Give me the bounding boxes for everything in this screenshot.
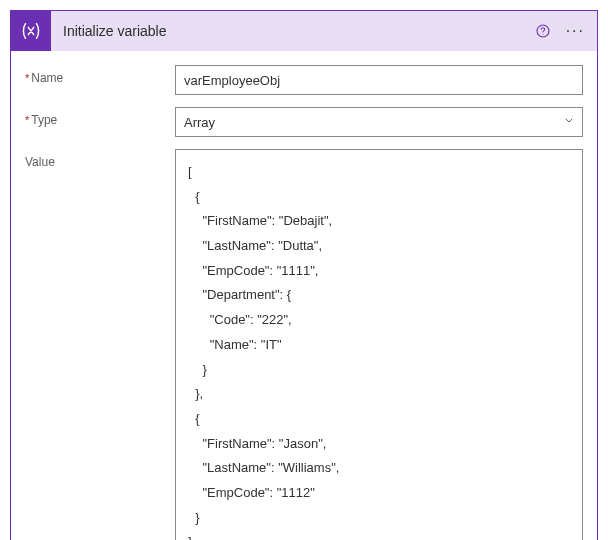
more-menu-icon[interactable]: ···	[562, 22, 589, 40]
initialize-variable-card: Initialize variable ··· Name Type Array	[10, 10, 598, 540]
card-header: Initialize variable ···	[11, 11, 597, 51]
value-label: Value	[25, 149, 175, 169]
type-label: Type	[25, 107, 175, 127]
name-label: Name	[25, 65, 175, 85]
card-body: Name Type Array	[11, 51, 597, 540]
help-icon[interactable]	[532, 20, 554, 42]
variable-icon	[11, 11, 51, 51]
svg-point-1	[542, 34, 543, 35]
card-title: Initialize variable	[51, 23, 532, 39]
row-name: Name	[25, 65, 583, 95]
type-select[interactable]: Array	[175, 107, 583, 137]
name-input[interactable]	[175, 65, 583, 95]
row-type: Type Array	[25, 107, 583, 137]
type-select-value: Array	[184, 115, 215, 130]
value-editor[interactable]: [ { "FirstName": "Debajit", "LastName": …	[175, 149, 583, 540]
row-value: Value [ { "FirstName": "Debajit", "LastN…	[25, 149, 583, 540]
